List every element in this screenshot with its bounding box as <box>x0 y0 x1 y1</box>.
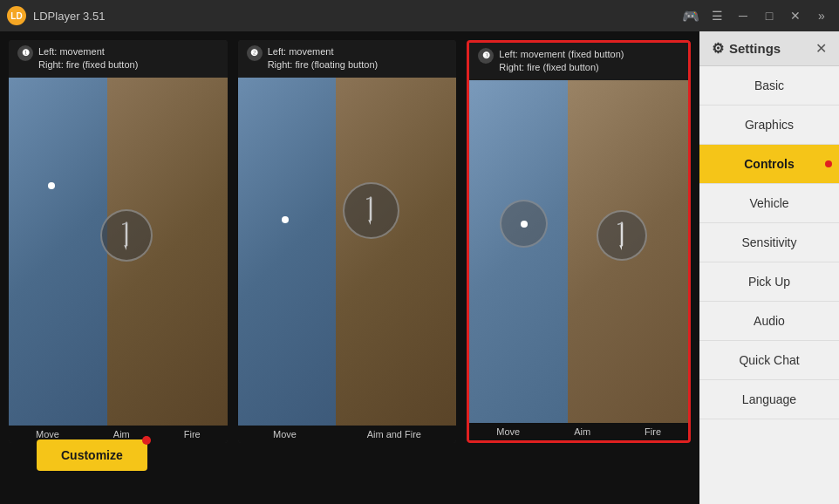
label-aim-1: Aim <box>113 429 130 439</box>
option-2-preview <box>238 78 457 426</box>
control-option-2[interactable]: ❷ Left: movement Right: fire (floating b… <box>238 40 457 443</box>
sidebar-header: ⚙ Settings ✕ <box>699 31 839 66</box>
option-2-header: ❷ Left: movement Right: fire (floating b… <box>238 40 457 78</box>
knife-icon-1 <box>109 219 144 254</box>
svg-line-3 <box>360 198 382 220</box>
sidebar-navigation: Basic Graphics Controls Vehicle Sensitiv… <box>699 66 839 504</box>
control-option-1[interactable]: ❶ Left: movement Right: fire (fixed butt… <box>9 40 228 443</box>
option-number-1: ❶ <box>17 45 33 61</box>
option-number-2: ❷ <box>247 45 263 61</box>
main-content: ❶ Left: movement Right: fire (fixed butt… <box>0 31 839 504</box>
label-aim-3: Aim <box>574 426 590 437</box>
option-3-description: Left: movement (fixed button) Right: fir… <box>499 48 624 75</box>
option-1-description: Left: movement Right: fire (fixed button… <box>38 45 138 72</box>
customize-badge <box>142 436 151 445</box>
app-logo: LD <box>7 6 26 25</box>
sidebar-item-basic[interactable]: Basic <box>699 66 839 106</box>
option-3-header: ❸ Left: movement (fixed button) Right: f… <box>469 43 688 80</box>
sidebar-item-graphics[interactable]: Graphics <box>699 106 839 145</box>
controls-grid: ❶ Left: movement Right: fire (fixed butt… <box>9 40 691 443</box>
label-move-2: Move <box>273 429 297 439</box>
label-fire-1: Fire <box>184 429 201 439</box>
minimize-button[interactable]: ─ <box>733 5 754 26</box>
sidebar-item-pickup[interactable]: Pick Up <box>699 262 839 302</box>
controls-active-badge <box>825 160 832 167</box>
titlebar: LD LDPlayer 3.51 🎮 ☰ ─ □ ✕ » <box>0 0 839 31</box>
customize-button[interactable]: Customize <box>37 439 147 471</box>
sidebar-item-language[interactable]: Language <box>699 380 839 419</box>
sidebar-item-sensitivity[interactable]: Sensitivity <box>699 223 839 262</box>
option-2-labels: Move Aim and Fire <box>238 426 457 443</box>
maximize-button[interactable]: □ <box>759 5 780 26</box>
knife-icon-2 <box>354 193 389 228</box>
app-title: LDPlayer 3.51 <box>33 10 675 23</box>
svg-line-6 <box>610 223 632 245</box>
sidebar-title: ⚙ Settings <box>712 40 781 57</box>
option-2-description: Left: movement Right: fire (floating but… <box>268 45 379 72</box>
knife-icon-3 <box>604 218 639 253</box>
option-1-preview <box>9 78 228 426</box>
sidebar-item-vehicle[interactable]: Vehicle <box>699 184 839 223</box>
svg-marker-1 <box>123 244 129 250</box>
window-controls: ☰ ─ □ ✕ » <box>706 5 832 26</box>
more-button[interactable]: » <box>811 5 832 26</box>
option-number-3: ❸ <box>478 48 494 64</box>
control-option-3[interactable]: ❸ Left: movement (fixed button) Right: f… <box>467 40 691 443</box>
option-3-preview <box>469 80 688 423</box>
gear-icon: ⚙ <box>712 40 724 57</box>
gamepad-icon: 🎮 <box>682 8 699 24</box>
settings-sidebar: ⚙ Settings ✕ Basic Graphics Controls Veh… <box>699 31 839 504</box>
label-aimfire-2: Aim and Fire <box>367 429 421 439</box>
bottom-bar: Customize <box>9 443 691 495</box>
settings-close-button[interactable]: ✕ <box>815 40 827 57</box>
label-move-1: Move <box>36 429 59 439</box>
option-3-labels: Move Aim Fire <box>469 423 688 440</box>
label-move-3: Move <box>496 426 520 437</box>
sidebar-item-audio[interactable]: Audio <box>699 302 839 341</box>
option-1-header: ❶ Left: movement Right: fire (fixed butt… <box>9 40 228 78</box>
game-panel: ❶ Left: movement Right: fire (fixed butt… <box>0 31 699 504</box>
sidebar-item-controls[interactable]: Controls <box>699 145 839 184</box>
label-fire-3: Fire <box>645 426 661 437</box>
svg-line-0 <box>116 223 138 245</box>
sidebar-item-quickchat[interactable]: Quick Chat <box>699 341 839 380</box>
close-button[interactable]: ✕ <box>785 5 806 26</box>
menu-button[interactable]: ☰ <box>706 5 727 26</box>
